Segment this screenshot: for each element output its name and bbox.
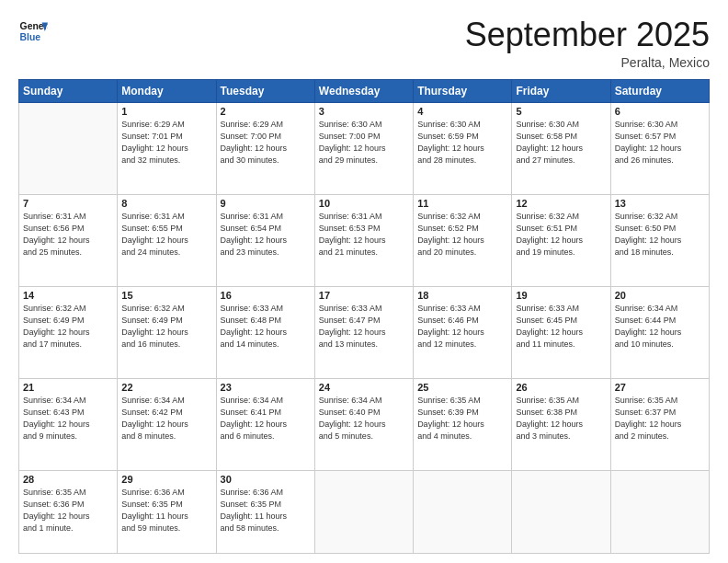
svg-text:Blue: Blue <box>20 32 41 42</box>
day-header-saturday: Saturday <box>610 79 709 102</box>
day-header-thursday: Thursday <box>414 79 512 102</box>
day-info: Sunrise: 6:35 AM Sunset: 6:39 PM Dayligh… <box>417 395 507 442</box>
day-info: Sunrise: 6:33 AM Sunset: 6:45 PM Dayligh… <box>516 303 606 350</box>
day-cell <box>414 470 512 553</box>
day-cell: 4Sunrise: 6:30 AM Sunset: 6:59 PM Daylig… <box>414 102 512 194</box>
day-cell: 2Sunrise: 6:29 AM Sunset: 7:00 PM Daylig… <box>216 102 314 194</box>
day-number: 14 <box>23 290 113 301</box>
day-number: 4 <box>417 106 507 117</box>
day-info: Sunrise: 6:34 AM Sunset: 6:42 PM Dayligh… <box>121 395 211 442</box>
day-info: Sunrise: 6:35 AM Sunset: 6:38 PM Dayligh… <box>516 395 606 442</box>
week-row-3: 21Sunrise: 6:34 AM Sunset: 6:43 PM Dayli… <box>19 378 710 470</box>
calendar-table: SundayMondayTuesdayWednesdayThursdayFrid… <box>18 79 710 554</box>
day-number: 8 <box>121 198 211 209</box>
day-cell: 20Sunrise: 6:34 AM Sunset: 6:44 PM Dayli… <box>610 286 709 378</box>
day-cell: 8Sunrise: 6:31 AM Sunset: 6:55 PM Daylig… <box>118 194 216 286</box>
day-info: Sunrise: 6:35 AM Sunset: 6:36 PM Dayligh… <box>23 487 113 534</box>
header: General Blue September 2025 Peralta, Mex… <box>18 17 710 70</box>
day-cell: 28Sunrise: 6:35 AM Sunset: 6:36 PM Dayli… <box>19 470 118 553</box>
day-number: 6 <box>615 106 705 117</box>
day-number: 10 <box>319 198 409 209</box>
day-info: Sunrise: 6:35 AM Sunset: 6:37 PM Dayligh… <box>615 395 705 442</box>
day-number: 12 <box>516 198 606 209</box>
day-cell: 7Sunrise: 6:31 AM Sunset: 6:56 PM Daylig… <box>19 194 118 286</box>
day-number: 2 <box>221 106 311 117</box>
day-number: 26 <box>516 382 606 393</box>
day-cell: 10Sunrise: 6:31 AM Sunset: 6:53 PM Dayli… <box>314 194 413 286</box>
day-cell: 1Sunrise: 6:29 AM Sunset: 7:01 PM Daylig… <box>118 102 216 194</box>
day-header-sunday: Sunday <box>19 79 118 102</box>
week-row-1: 7Sunrise: 6:31 AM Sunset: 6:56 PM Daylig… <box>19 194 710 286</box>
day-cell <box>610 470 709 553</box>
location: Peralta, Mexico <box>465 55 710 70</box>
day-number: 22 <box>121 382 211 393</box>
day-cell: 24Sunrise: 6:34 AM Sunset: 6:40 PM Dayli… <box>314 378 413 470</box>
day-number: 17 <box>319 290 409 301</box>
day-info: Sunrise: 6:33 AM Sunset: 6:47 PM Dayligh… <box>319 303 409 350</box>
day-info: Sunrise: 6:34 AM Sunset: 6:43 PM Dayligh… <box>23 395 113 442</box>
day-cell: 17Sunrise: 6:33 AM Sunset: 6:47 PM Dayli… <box>314 286 413 378</box>
day-number: 15 <box>121 290 211 301</box>
day-info: Sunrise: 6:29 AM Sunset: 7:01 PM Dayligh… <box>121 119 211 167</box>
day-cell: 29Sunrise: 6:36 AM Sunset: 6:35 PM Dayli… <box>118 470 216 553</box>
day-info: Sunrise: 6:31 AM Sunset: 6:56 PM Dayligh… <box>23 211 113 259</box>
day-number: 5 <box>516 106 606 117</box>
day-cell: 23Sunrise: 6:34 AM Sunset: 6:41 PM Dayli… <box>216 378 314 470</box>
day-cell: 19Sunrise: 6:33 AM Sunset: 6:45 PM Dayli… <box>512 286 610 378</box>
day-info: Sunrise: 6:36 AM Sunset: 6:35 PM Dayligh… <box>221 487 311 534</box>
page: General Blue September 2025 Peralta, Mex… <box>0 0 728 563</box>
day-number: 13 <box>615 198 705 209</box>
day-cell: 25Sunrise: 6:35 AM Sunset: 6:39 PM Dayli… <box>414 378 512 470</box>
day-header-monday: Monday <box>118 79 216 102</box>
day-cell: 26Sunrise: 6:35 AM Sunset: 6:38 PM Dayli… <box>512 378 610 470</box>
day-header-tuesday: Tuesday <box>216 79 314 102</box>
day-cell: 22Sunrise: 6:34 AM Sunset: 6:42 PM Dayli… <box>118 378 216 470</box>
day-info: Sunrise: 6:34 AM Sunset: 6:41 PM Dayligh… <box>221 395 311 442</box>
day-header-friday: Friday <box>512 79 610 102</box>
title-area: September 2025 Peralta, Mexico <box>465 17 710 70</box>
day-number: 20 <box>615 290 705 301</box>
day-cell <box>314 470 413 553</box>
day-number: 28 <box>23 474 113 485</box>
day-number: 9 <box>221 198 311 209</box>
month-title: September 2025 <box>465 17 710 53</box>
day-info: Sunrise: 6:30 AM Sunset: 7:00 PM Dayligh… <box>319 119 409 167</box>
day-cell <box>19 102 118 194</box>
logo-icon: General Blue <box>18 17 48 46</box>
day-info: Sunrise: 6:34 AM Sunset: 6:44 PM Dayligh… <box>615 303 705 350</box>
day-number: 21 <box>23 382 113 393</box>
day-cell: 9Sunrise: 6:31 AM Sunset: 6:54 PM Daylig… <box>216 194 314 286</box>
day-header-wednesday: Wednesday <box>314 79 413 102</box>
day-info: Sunrise: 6:30 AM Sunset: 6:58 PM Dayligh… <box>516 119 606 167</box>
day-number: 3 <box>319 106 409 117</box>
day-info: Sunrise: 6:31 AM Sunset: 6:53 PM Dayligh… <box>319 211 409 259</box>
day-number: 7 <box>23 198 113 209</box>
day-number: 30 <box>221 474 311 485</box>
day-number: 18 <box>417 290 507 301</box>
day-info: Sunrise: 6:33 AM Sunset: 6:46 PM Dayligh… <box>417 303 507 350</box>
day-info: Sunrise: 6:32 AM Sunset: 6:50 PM Dayligh… <box>615 211 705 259</box>
day-info: Sunrise: 6:32 AM Sunset: 6:51 PM Dayligh… <box>516 211 606 259</box>
days-header-row: SundayMondayTuesdayWednesdayThursdayFrid… <box>19 79 710 102</box>
day-number: 16 <box>221 290 311 301</box>
day-number: 19 <box>516 290 606 301</box>
day-number: 29 <box>121 474 211 485</box>
day-info: Sunrise: 6:30 AM Sunset: 6:59 PM Dayligh… <box>417 119 507 167</box>
day-cell <box>512 470 610 553</box>
day-cell: 5Sunrise: 6:30 AM Sunset: 6:58 PM Daylig… <box>512 102 610 194</box>
day-info: Sunrise: 6:29 AM Sunset: 7:00 PM Dayligh… <box>221 119 311 167</box>
day-cell: 18Sunrise: 6:33 AM Sunset: 6:46 PM Dayli… <box>414 286 512 378</box>
week-row-2: 14Sunrise: 6:32 AM Sunset: 6:49 PM Dayli… <box>19 286 710 378</box>
day-info: Sunrise: 6:31 AM Sunset: 6:54 PM Dayligh… <box>221 211 311 259</box>
day-info: Sunrise: 6:34 AM Sunset: 6:40 PM Dayligh… <box>319 395 409 442</box>
day-info: Sunrise: 6:31 AM Sunset: 6:55 PM Dayligh… <box>121 211 211 259</box>
day-cell: 14Sunrise: 6:32 AM Sunset: 6:49 PM Dayli… <box>19 286 118 378</box>
day-number: 11 <box>417 198 507 209</box>
day-info: Sunrise: 6:32 AM Sunset: 6:49 PM Dayligh… <box>23 303 113 350</box>
day-info: Sunrise: 6:36 AM Sunset: 6:35 PM Dayligh… <box>121 487 211 534</box>
day-info: Sunrise: 6:32 AM Sunset: 6:52 PM Dayligh… <box>417 211 507 259</box>
week-row-0: 1Sunrise: 6:29 AM Sunset: 7:01 PM Daylig… <box>19 102 710 194</box>
day-cell: 13Sunrise: 6:32 AM Sunset: 6:50 PM Dayli… <box>610 194 709 286</box>
day-cell: 15Sunrise: 6:32 AM Sunset: 6:49 PM Dayli… <box>118 286 216 378</box>
day-info: Sunrise: 6:33 AM Sunset: 6:48 PM Dayligh… <box>221 303 311 350</box>
